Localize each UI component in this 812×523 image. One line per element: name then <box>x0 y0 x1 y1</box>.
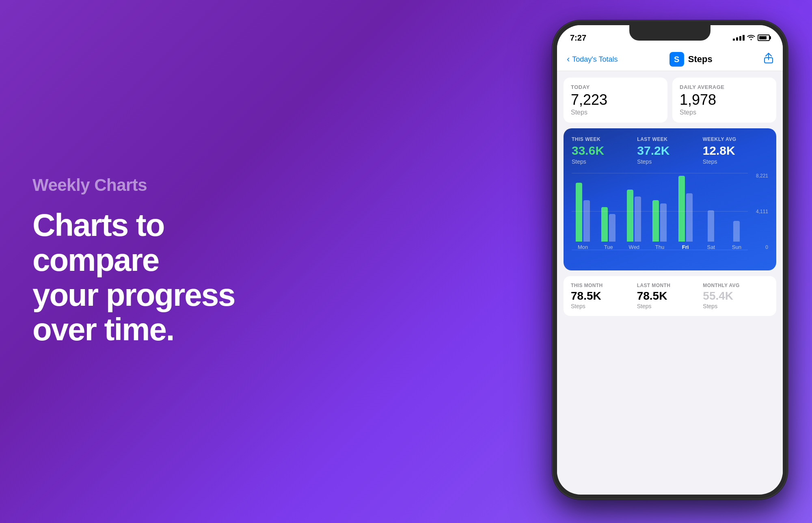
content-area: TODAY 7,223 Steps DAILY AVERAGE 1,978 St… <box>557 71 783 493</box>
bar-fri-last-week <box>686 193 693 242</box>
bar-wed-this-week <box>627 190 633 242</box>
tagline-line2: your progress <box>32 277 235 313</box>
last-week-stat: LAST WEEK 37.2K Steps <box>637 136 702 165</box>
phone-mockup: 7:27 <box>552 20 788 499</box>
this-month-value: 78.5K <box>571 290 637 303</box>
daily-avg-unit: Steps <box>680 109 769 116</box>
notch <box>629 25 710 41</box>
bar-label-thu: Thu <box>655 244 664 250</box>
bar-label-wed: Wed <box>629 244 640 250</box>
this-week-label: THIS WEEK <box>572 136 637 142</box>
daily-avg-label: DAILY AVERAGE <box>680 84 769 90</box>
wifi-icon <box>747 34 755 42</box>
bar-mon-this-week <box>576 183 582 242</box>
phone-screen: 7:27 <box>557 25 783 495</box>
daily-avg-value: 1,978 <box>680 92 769 108</box>
monthly-card: THIS MONTH 78.5K Steps LAST MONTH 78.5K … <box>564 276 776 316</box>
bar-fri: Fri <box>674 173 697 250</box>
bar-thu: Thu <box>648 173 671 250</box>
bar-sat-last-week <box>708 210 714 242</box>
bar-mon: Mon <box>572 173 594 250</box>
weekly-avg-unit: Steps <box>703 158 768 165</box>
bar-sun: Sun <box>726 173 748 250</box>
bars-container: Mon Tue <box>572 173 768 262</box>
today-unit: Steps <box>571 109 660 116</box>
this-month-unit: Steps <box>571 303 637 309</box>
daily-avg-card: DAILY AVERAGE 1,978 Steps <box>672 78 776 123</box>
today-card: TODAY 7,223 Steps <box>564 78 667 123</box>
nav-bar: ‹ Today's Totals S Steps <box>557 48 783 71</box>
bar-chart: Mon Tue <box>572 173 768 262</box>
tagline-line3: over time. <box>32 312 174 348</box>
this-week-stat: THIS WEEK 33.6K Steps <box>572 136 637 165</box>
back-button[interactable]: ‹ Today's Totals <box>567 54 618 65</box>
bar-tue-this-week <box>601 207 608 242</box>
last-month-value: 78.5K <box>637 290 703 303</box>
bar-sun-last-week <box>733 221 740 242</box>
tagline: Charts to compare your progress over tim… <box>32 208 284 347</box>
bar-label-tue: Tue <box>604 244 613 250</box>
tagline-line1: Charts to compare <box>32 207 164 278</box>
bar-tue-last-week <box>609 214 615 242</box>
monthly-avg-value: 55.4K <box>703 290 769 303</box>
back-label: Today's Totals <box>572 55 618 64</box>
monthly-avg-stat: MONTHLY AVG 55.4K Steps <box>703 283 769 310</box>
share-button[interactable] <box>764 53 773 66</box>
monthly-avg-unit: Steps <box>703 303 769 309</box>
last-week-value: 37.2K <box>637 144 702 158</box>
bar-thu-last-week <box>660 203 667 242</box>
bar-wed-last-week <box>635 197 641 242</box>
app-icon: S <box>669 52 684 67</box>
chevron-left-icon: ‹ <box>567 54 570 65</box>
weekly-avg-value: 12.8K <box>703 144 768 158</box>
weekly-charts-label: Weekly Charts <box>32 175 284 195</box>
bar-thu-this-week <box>652 200 659 242</box>
monthly-avg-label: MONTHLY AVG <box>703 283 769 288</box>
left-section: Weekly Charts Charts to compare your pro… <box>32 175 284 347</box>
bar-fri-this-week <box>678 176 685 242</box>
bar-tue: Tue <box>597 173 620 250</box>
this-week-value: 33.6K <box>572 144 637 158</box>
phone-shell: 7:27 <box>552 20 788 499</box>
bar-sat: Sat <box>700 173 722 250</box>
status-icons <box>733 34 770 42</box>
nav-title: Steps <box>688 54 713 65</box>
weekly-avg-stat: WEEKLY AVG 12.8K Steps <box>703 136 768 165</box>
last-month-stat: LAST MONTH 78.5K Steps <box>637 283 703 310</box>
status-time: 7:27 <box>570 33 586 43</box>
bar-mon-last-week <box>583 200 590 242</box>
signal-icon <box>733 35 745 41</box>
weekly-chart-card: THIS WEEK 33.6K Steps LAST WEEK 37.2K St… <box>564 128 776 270</box>
y-label-mid: 4,111 <box>756 209 768 214</box>
last-month-unit: Steps <box>637 303 703 309</box>
top-stats-row: TODAY 7,223 Steps DAILY AVERAGE 1,978 St… <box>564 78 776 123</box>
chart-header: THIS WEEK 33.6K Steps LAST WEEK 37.2K St… <box>572 136 768 165</box>
chart-y-labels: 8,221 4,111 0 <box>756 173 768 262</box>
bar-wed: Wed <box>623 173 645 250</box>
battery-icon <box>758 35 770 41</box>
bar-label-sun: Sun <box>732 244 741 250</box>
bar-label-mon: Mon <box>578 244 588 250</box>
this-month-stat: THIS MONTH 78.5K Steps <box>571 283 637 310</box>
today-value: 7,223 <box>571 92 660 108</box>
app-icon-letter: S <box>674 55 679 64</box>
today-label: TODAY <box>571 84 660 90</box>
this-month-label: THIS MONTH <box>571 283 637 288</box>
last-week-unit: Steps <box>637 158 702 165</box>
nav-title-group: S Steps <box>669 52 713 67</box>
bar-label-sat: Sat <box>707 244 715 250</box>
weekly-avg-label: WEEKLY AVG <box>703 136 768 142</box>
y-label-high: 8,221 <box>756 173 768 179</box>
bar-label-fri: Fri <box>682 244 689 250</box>
last-month-label: LAST MONTH <box>637 283 703 288</box>
this-week-unit: Steps <box>572 158 637 165</box>
monthly-row: THIS MONTH 78.5K Steps LAST MONTH 78.5K … <box>571 283 769 310</box>
last-week-label: LAST WEEK <box>637 136 702 142</box>
y-label-zero: 0 <box>756 244 768 250</box>
